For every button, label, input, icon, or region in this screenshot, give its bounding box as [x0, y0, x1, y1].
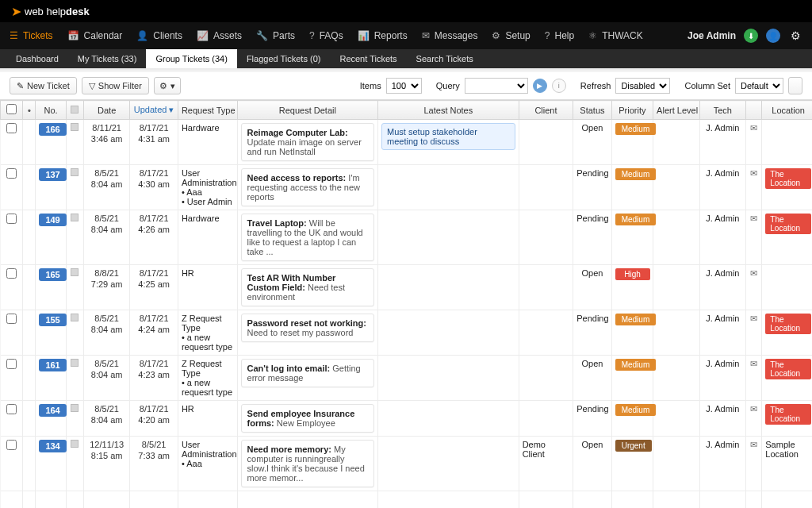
flag-icon[interactable]: [71, 314, 79, 321]
col-header-priority[interactable]: Priority: [611, 101, 653, 120]
items-select[interactable]: 100: [386, 78, 422, 94]
col-header-reqtype[interactable]: Request Type: [178, 101, 237, 120]
profile-icon[interactable]: 👤: [766, 29, 780, 43]
col-header-flag[interactable]: [66, 101, 83, 120]
ticket-number-chip[interactable]: 137: [39, 168, 66, 181]
select-all-checkbox[interactable]: [6, 104, 17, 114]
request-detail: Need access to reports: I'm requesting a…: [241, 168, 375, 206]
row-checkbox[interactable]: [6, 359, 17, 369]
table-row[interactable]: 1658/8/217:29 am8/17/214:25 amHRTest AR …: [1, 265, 813, 310]
ticket-number-chip[interactable]: 164: [39, 404, 66, 417]
query-info-button[interactable]: i: [552, 79, 566, 93]
ticket-number-chip[interactable]: 149: [39, 214, 66, 226]
table-row[interactable]: 13412/11/138:15 am8/5/217:33 amUser Admi…: [1, 437, 813, 491]
mail-icon[interactable]: ✉: [750, 359, 757, 368]
row-checkbox[interactable]: [6, 214, 17, 224]
flag-icon[interactable]: [71, 268, 79, 276]
menu-item-faqs[interactable]: ?FAQs: [309, 30, 343, 41]
mail-icon[interactable]: ✉: [750, 123, 757, 133]
col-header-updated[interactable]: Updated ▾: [130, 101, 178, 120]
ticket-number-chip[interactable]: 155: [39, 314, 66, 326]
row-checkbox[interactable]: [6, 268, 17, 279]
ticket-number-chip[interactable]: 134: [39, 440, 66, 452]
menu-item-setup[interactable]: ⚙Setup: [492, 30, 530, 41]
menu-item-assets[interactable]: 📈Assets: [197, 30, 242, 41]
menu-item-messages[interactable]: ✉Messages: [422, 30, 478, 41]
column-set-extra-button[interactable]: [788, 77, 802, 94]
request-type: Hardware: [182, 214, 234, 223]
menu-icon: ⚙: [492, 30, 500, 41]
subtab-flagged-tickets-0-[interactable]: Flagged Tickets (0): [237, 49, 331, 68]
show-filter-button[interactable]: ▽ Show Filter: [82, 77, 149, 94]
ticket-number-chip[interactable]: 165: [39, 268, 66, 281]
refresh-select[interactable]: Disabled: [615, 78, 670, 94]
menu-item-tickets[interactable]: ☰Tickets: [10, 30, 53, 41]
column-set-select[interactable]: Default: [735, 78, 783, 94]
subtab-dashboard[interactable]: Dashboard: [6, 49, 68, 68]
flag-icon[interactable]: [71, 214, 79, 221]
menu-item-help[interactable]: ?Help: [545, 30, 574, 41]
mail-icon[interactable]: ✉: [750, 404, 757, 414]
row-checkbox[interactable]: [6, 168, 17, 179]
updated-date: 8/5/217:33 am: [133, 440, 174, 462]
col-header-dot[interactable]: •: [23, 101, 36, 120]
col-header-alert[interactable]: Alert Level: [653, 101, 700, 120]
col-header-date[interactable]: Date: [83, 101, 130, 120]
table-row[interactable]: 1558/5/218:04 am8/17/214:24 amZ Request …: [1, 310, 813, 356]
created-date: 8/5/218:04 am: [87, 404, 127, 426]
gear-dropdown-button[interactable]: ⚙ ▾: [154, 77, 181, 94]
col-header-mail[interactable]: [746, 101, 762, 120]
flag-icon[interactable]: [71, 123, 79, 131]
mail-icon[interactable]: ✉: [750, 168, 757, 178]
row-checkbox[interactable]: [6, 404, 17, 414]
query-run-button[interactable]: ▶: [533, 79, 547, 93]
status-label: Open: [581, 123, 603, 133]
col-header-client[interactable]: Client: [519, 101, 573, 120]
flag-icon[interactable]: [71, 440, 79, 448]
flag-icon[interactable]: [71, 168, 79, 176]
subtab-my-tickets-33-[interactable]: My Tickets (33): [68, 49, 147, 68]
col-header-status[interactable]: Status: [573, 101, 611, 120]
subtab-recent-tickets[interactable]: Recent Tickets: [330, 49, 406, 68]
chevron-down-icon: ▾: [170, 81, 175, 91]
menu-icon: 📅: [67, 30, 79, 41]
table-row[interactable]: 1648/5/218:04 am8/17/214:20 amHRSend emp…: [1, 401, 813, 437]
request-detail: Reimage Computer Lab: Update main image …: [241, 123, 375, 161]
request-type: Hardware: [182, 123, 234, 133]
mail-icon[interactable]: ✉: [750, 440, 757, 449]
request-detail: Travel Laptop: Will be travelling to the…: [241, 214, 375, 261]
flag-icon[interactable]: [71, 359, 79, 367]
row-checkbox[interactable]: [6, 440, 17, 450]
menu-item-clients[interactable]: 👤Clients: [136, 30, 182, 41]
flag-icon[interactable]: [71, 404, 79, 412]
col-header-notes[interactable]: Latest Notes: [378, 101, 519, 120]
new-ticket-button[interactable]: ✎ New Ticket: [10, 77, 77, 94]
col-header-chk[interactable]: [1, 101, 23, 120]
subtab-group-tickets-34-[interactable]: Group Tickets (34): [146, 49, 236, 68]
menu-item-calendar[interactable]: 📅Calendar: [67, 30, 123, 41]
presence-icon[interactable]: ⬇: [744, 29, 758, 43]
table-row[interactable]: 1618/5/218:04 am8/17/214:23 amZ Request …: [1, 356, 813, 401]
table-row[interactable]: 1668/11/213:46 am8/17/214:31 amHardwareR…: [1, 120, 813, 165]
mail-icon[interactable]: ✉: [750, 214, 757, 223]
ticket-number-chip[interactable]: 161: [39, 359, 66, 371]
menu-item-thwack[interactable]: ⚛THWACK: [588, 30, 643, 41]
row-checkbox[interactable]: [6, 123, 17, 133]
col-header-tech[interactable]: Tech: [699, 101, 746, 120]
menu-item-parts[interactable]: 🔧Parts: [256, 30, 295, 41]
col-header-no[interactable]: No.: [36, 101, 66, 120]
ticket-number-chip[interactable]: 166: [39, 123, 66, 136]
table-row[interactable]: 1498/5/218:04 am8/17/214:26 amHardwareTr…: [1, 210, 813, 265]
mail-icon[interactable]: ✉: [750, 268, 757, 278]
settings-gear-icon[interactable]: ⚙: [788, 29, 802, 43]
query-select[interactable]: [465, 78, 528, 94]
mail-icon[interactable]: ✉: [750, 314, 757, 323]
menu-icon: 🔧: [256, 30, 268, 41]
table-row[interactable]: 1378/5/218:04 am8/17/214:30 amUser Admin…: [1, 165, 813, 210]
tickets-table: •No.DateUpdated ▾Request TypeRequest Det…: [0, 100, 812, 508]
subtab-search-tickets[interactable]: Search Tickets: [407, 49, 483, 68]
col-header-detail[interactable]: Request Detail: [237, 101, 378, 120]
col-header-location[interactable]: Location: [762, 101, 812, 120]
menu-item-reports[interactable]: 📊Reports: [358, 30, 408, 41]
row-checkbox[interactable]: [6, 314, 17, 324]
